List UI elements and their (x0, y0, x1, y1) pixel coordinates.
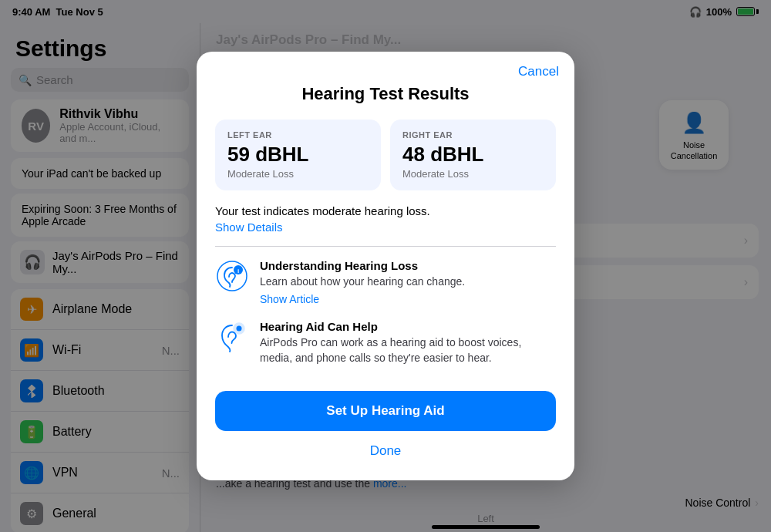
svg-point-0 (217, 261, 247, 291)
info-title-2: Hearing Aid Can Help (260, 320, 556, 333)
left-ear-card: LEFT EAR 59 dBHL Moderate Loss (215, 120, 381, 190)
divider (215, 246, 556, 247)
info-row-hearing-loss: i Understanding Hearing Loss Learn about… (215, 259, 556, 307)
show-details-button[interactable]: Show Details (197, 221, 301, 234)
left-ear-value: 59 dBHL (227, 143, 369, 167)
show-article-button[interactable]: Show Article (260, 293, 319, 305)
setup-hearing-aid-button[interactable]: Set Up Hearing Aid (215, 391, 556, 431)
ear-cards: LEFT EAR 59 dBHL Moderate Loss RIGHT EAR… (197, 120, 574, 190)
right-ear-label: RIGHT EAR (402, 130, 544, 140)
info-row-hearing-aid: Hearing Aid Can Help AirPods Pro can wor… (215, 320, 556, 369)
cancel-button[interactable]: Cancel (518, 64, 559, 79)
info-content-1: Understanding Hearing Loss Learn about h… (260, 259, 465, 307)
right-ear-description: Moderate Loss (402, 168, 544, 180)
hearing-aid-icon (215, 320, 249, 354)
info-rows: i Understanding Hearing Loss Learn about… (197, 259, 574, 369)
ear-info-icon: i (215, 259, 249, 293)
right-ear-card: RIGHT EAR 48 dBHL Moderate Loss (390, 120, 556, 190)
result-text: Your test indicates moderate hearing los… (197, 204, 574, 217)
left-ear-description: Moderate Loss (227, 168, 369, 180)
info-content-2: Hearing Aid Can Help AirPods Pro can wor… (260, 320, 556, 369)
modal-top: Cancel (197, 52, 574, 79)
svg-text:i: i (237, 268, 239, 274)
right-ear-value: 48 dBHL (402, 143, 544, 167)
modal-title: Hearing Test Results (197, 79, 574, 120)
svg-point-4 (237, 326, 242, 332)
hearing-test-modal: Cancel Hearing Test Results LEFT EAR 59 … (197, 52, 574, 480)
done-button[interactable]: Done (197, 443, 574, 459)
info-desc-2: AirPods Pro can work as a hearing aid to… (260, 335, 556, 365)
left-ear-label: LEFT EAR (227, 130, 369, 140)
modal-overlay: Cancel Hearing Test Results LEFT EAR 59 … (0, 0, 771, 532)
info-desc-1: Learn about how your hearing can change. (260, 274, 465, 290)
info-title-1: Understanding Hearing Loss (260, 259, 465, 272)
